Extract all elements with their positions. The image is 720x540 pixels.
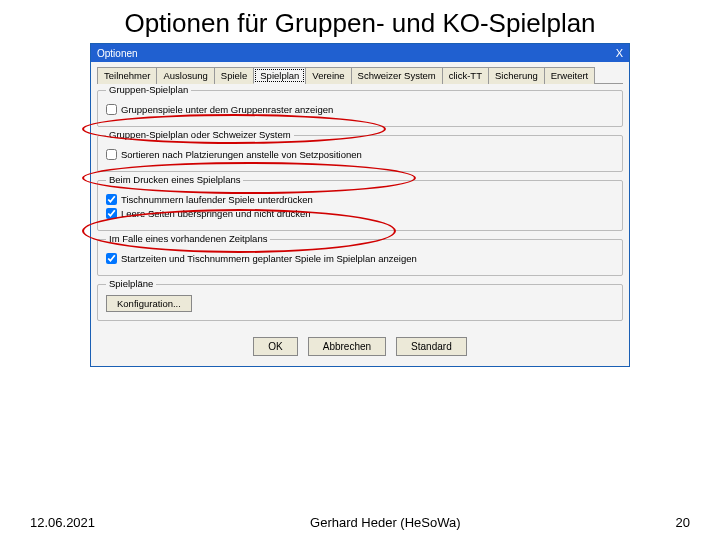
footer-page: 20 [676, 515, 690, 530]
close-icon[interactable]: X [616, 47, 623, 59]
konfiguration-button[interactable]: Konfiguration... [106, 295, 192, 312]
footer-author: Gerhard Heder (HeSoWa) [310, 515, 461, 530]
checkbox-startzeiten-anzeigen[interactable] [106, 253, 117, 264]
tab-spiele[interactable]: Spiele [214, 67, 254, 84]
group-spielplaene: Spielpläne Konfiguration... [97, 284, 623, 321]
checkbox-tischnummern-unterdruecken[interactable] [106, 194, 117, 205]
slide-footer: 12.06.2021 Gerhard Heder (HeSoWa) 20 [0, 515, 720, 530]
legend-g4: Im Falle eines vorhandenen Zeitplans [106, 233, 270, 244]
checkbox-leere-seiten[interactable] [106, 208, 117, 219]
cancel-button[interactable]: Abbrechen [308, 337, 386, 356]
group-sortieren: Gruppen-Spielplan oder Schweizer System … [97, 135, 623, 172]
checkbox-row-g3-2[interactable]: Leere Seiten überspringen und nicht druc… [106, 208, 614, 219]
standard-button[interactable]: Standard [396, 337, 467, 356]
footer-date: 12.06.2021 [30, 515, 95, 530]
checkbox-row-g4-1[interactable]: Startzeiten und Tischnummern geplanter S… [106, 253, 614, 264]
label-g3-cb2: Leere Seiten überspringen und nicht druc… [121, 208, 311, 219]
label-g1-cb1: Gruppenspiele unter dem Gruppenraster an… [121, 104, 333, 115]
tab-vereine[interactable]: Vereine [305, 67, 351, 84]
tab-clicktt[interactable]: click-TT [442, 67, 489, 84]
tab-auslosung[interactable]: Auslosung [156, 67, 214, 84]
slide-title: Optionen für Gruppen- und KO-Spielplan [0, 8, 720, 39]
checkbox-row-g1-1[interactable]: Gruppenspiele unter dem Gruppenraster an… [106, 104, 614, 115]
tab-schweizer[interactable]: Schweizer System [351, 67, 443, 84]
options-dialog: Optionen X Teilnehmer Auslosung Spiele S… [90, 43, 630, 367]
group-zeitplan: Im Falle eines vorhandenen Zeitplans Sta… [97, 239, 623, 276]
dialog-button-row: OK Abbrechen Standard [97, 329, 623, 360]
checkbox-row-g2-1[interactable]: Sortieren nach Platzierungen anstelle vo… [106, 149, 614, 160]
legend-g3: Beim Drucken eines Spielplans [106, 174, 243, 185]
tab-erweitert[interactable]: Erweitert [544, 67, 595, 84]
tab-teilnehmer[interactable]: Teilnehmer [97, 67, 157, 84]
dialog-title: Optionen [97, 48, 138, 59]
tab-bar: Teilnehmer Auslosung Spiele Spielplan Ve… [97, 66, 623, 84]
label-g3-cb1: Tischnummern laufender Spiele unterdrück… [121, 194, 313, 205]
checkbox-gruppenspiele-anzeigen[interactable] [106, 104, 117, 115]
group-drucken: Beim Drucken eines Spielplans Tischnumme… [97, 180, 623, 231]
legend-g5: Spielpläne [106, 278, 156, 289]
checkbox-sortieren-platzierungen[interactable] [106, 149, 117, 160]
ok-button[interactable]: OK [253, 337, 297, 356]
tab-sicherung[interactable]: Sicherung [488, 67, 545, 84]
tab-spielplan[interactable]: Spielplan [253, 67, 306, 84]
label-g2-cb1: Sortieren nach Platzierungen anstelle vo… [121, 149, 362, 160]
legend-g2: Gruppen-Spielplan oder Schweizer System [106, 129, 294, 140]
legend-g1: Gruppen-Spielplan [106, 84, 191, 95]
checkbox-row-g3-1[interactable]: Tischnummern laufender Spiele unterdrück… [106, 194, 614, 205]
label-g4-cb1: Startzeiten und Tischnummern geplanter S… [121, 253, 417, 264]
group-gruppen-spielplan: Gruppen-Spielplan Gruppenspiele unter de… [97, 90, 623, 127]
titlebar: Optionen X [91, 44, 629, 62]
